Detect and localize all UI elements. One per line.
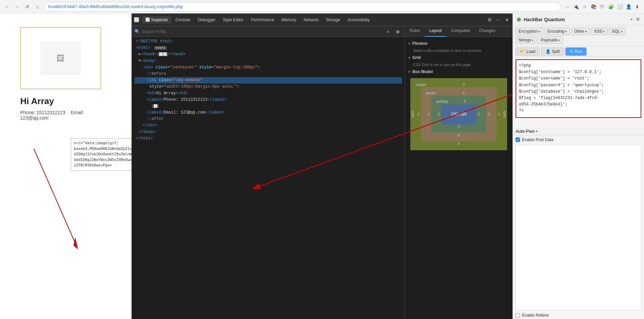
html-line: ::after [135, 116, 402, 122]
load-icon: 📂 [520, 49, 525, 54]
devtools-close-btn[interactable]: ✕ [503, 16, 511, 24]
strings-label: Strings [519, 38, 531, 42]
panel-subtabs: Rules Layout Computed Changes [405, 26, 513, 37]
home-button[interactable]: ⌂ [34, 3, 41, 10]
devtools-more-btn[interactable]: ⋯ [494, 16, 502, 24]
subtab-changes[interactable]: Changes [474, 26, 500, 37]
window-icon[interactable]: ⬜ [616, 3, 623, 10]
encoding-button[interactable]: Encoding ▾ [545, 28, 570, 35]
split-button[interactable]: 👤 Split [541, 47, 564, 56]
reload-button[interactable]: ↺ [24, 3, 31, 10]
pick-element-btn[interactable]: ⊕ [394, 28, 402, 36]
html-line: <!DOCTYPE html> [135, 38, 402, 45]
flexbox-section-header[interactable]: ▼ Flexbox [408, 40, 510, 47]
margin-label: margin [416, 83, 426, 87]
autopwn-dropdown-icon[interactable]: ▾ [536, 129, 537, 133]
xss-button[interactable]: XSS ▾ [591, 28, 608, 35]
enable-post-data-checkbox[interactable] [516, 137, 520, 142]
encryption-button[interactable]: Encryption ▾ [516, 28, 543, 35]
html-line: ::before [135, 71, 402, 77]
tab-network[interactable]: Network [300, 16, 322, 24]
tab-debugger-label: Debugger [198, 18, 215, 22]
hackbar-status-dot [517, 18, 521, 22]
hackbar-close-btn[interactable]: ✕ [636, 16, 640, 23]
run-button[interactable]: ↻ Run [565, 47, 586, 56]
enable-post-data-row: Enable Post Data [513, 136, 644, 143]
tab-style-editor[interactable]: Style Editor [219, 16, 247, 24]
tab-performance[interactable]: Performance [247, 16, 277, 24]
html-search-input[interactable] [142, 29, 382, 34]
payloads-button[interactable]: Payloads ▾ [538, 36, 563, 44]
strings-button[interactable]: Strings ▾ [516, 36, 536, 44]
padding-right-val: 0 [476, 113, 481, 116]
border-left-val: 0 [426, 113, 431, 116]
devtools-expand-btn[interactable]: ⧉ [486, 16, 494, 24]
payloads-label: Payloads [541, 38, 557, 42]
run-icon: ↻ [570, 49, 573, 54]
box-model-section-header[interactable]: ▼ Box Model [408, 68, 510, 75]
code-line-1: <?php [519, 63, 638, 69]
profile-image: 🖼 [40, 41, 81, 75]
html-line: <div class="container" style="margin-top… [135, 64, 402, 71]
puzzle-icon[interactable]: 🧩 [608, 3, 614, 10]
tab-console[interactable]: Console [172, 16, 194, 24]
hackbar-autopwn: Auto-Pwn ▾ [513, 127, 644, 136]
tab-debugger[interactable]: Debugger [194, 16, 219, 24]
shield-icon: 🛡 [599, 3, 606, 10]
padding-left-val: 0 [436, 113, 441, 116]
encryption-label: Encryption [519, 29, 538, 34]
forward-button[interactable]: → [13, 3, 21, 10]
box-model-container: margin 0 0 border 0 [408, 75, 510, 153]
main-layout: 🖼 Hi Array Phone: 15112312123 Email: 123… [0, 13, 644, 319]
margin-top-val: 0 [463, 83, 465, 87]
other-dropdown-icon: ▾ [585, 30, 587, 33]
add-node-btn[interactable]: + [384, 28, 392, 36]
grid-section-header[interactable]: ▼ Grid [408, 54, 510, 61]
code-line-6: $flag = 'flag{1e631231-7ade-4fc9- [519, 95, 638, 101]
tab-console-label: Console [175, 18, 190, 22]
html-content[interactable]: <!DOCTYPE html> <html> event ▶<head>⬜⬜</… [132, 37, 405, 319]
panel-body[interactable]: ▼ Flexbox Select a flex container or ite… [405, 37, 513, 319]
menu-icon[interactable]: ··· [564, 3, 570, 10]
html-panel: 🔍 + ⊕ <!DOCTYPE html> <html> event ▶<hea… [132, 26, 405, 319]
box-model-title: Box Model [412, 69, 433, 74]
download-icon[interactable]: ⬇ [634, 3, 641, 10]
url-bar[interactable] [44, 2, 561, 11]
tab-memory[interactable]: Memory [278, 16, 299, 24]
border-right-val: 0 [486, 113, 492, 116]
post-data-textarea[interactable] [516, 145, 641, 311]
sql-dropdown-icon: ▾ [621, 30, 622, 33]
star-icon[interactable]: ☆ [581, 3, 588, 10]
tab-storage[interactable]: Storage [323, 16, 344, 24]
email-value: 123@qq.com [20, 115, 48, 121]
email-label: Email: [70, 110, 84, 115]
encryption-dropdown-icon: ▾ [538, 30, 540, 33]
flexbox-title: Flexbox [412, 41, 428, 46]
split-icon: 👤 [546, 49, 551, 54]
subtab-layout[interactable]: Layout [425, 26, 446, 37]
tab-memory-label: Memory [282, 18, 296, 22]
border-bottom-val: 0 [425, 133, 493, 138]
other-button[interactable]: Other ▾ [571, 28, 590, 35]
margin-right-val: 0 [496, 113, 502, 116]
tab-inspector[interactable]: ⬜ Inspector [142, 16, 171, 24]
border-label: border [426, 91, 436, 95]
user-icon[interactable]: 👤 [625, 3, 632, 10]
enable-referer-checkbox[interactable] [516, 313, 520, 318]
grid-title: Grid [412, 55, 421, 60]
box-model-padding: padding 0 0 180×180 [431, 96, 486, 133]
sql-button[interactable]: SQL ▾ [609, 28, 625, 35]
run-label: Run [575, 49, 582, 54]
bookmark-icon[interactable]: 📚 [590, 3, 597, 10]
strings-dropdown-icon: ▾ [532, 38, 533, 42]
tab-accessibility[interactable]: Accessibility [344, 16, 373, 24]
html-line-selected[interactable]: <img class="img-memeda" [135, 77, 402, 84]
back-button[interactable]: ← [3, 3, 11, 10]
subtab-rules[interactable]: Rules [405, 26, 425, 37]
hackbar-actions: 📂 Load 👤 Split ↻ Run [513, 46, 644, 57]
extension-icon[interactable]: 🔌 [573, 3, 579, 10]
load-button[interactable]: 📂 Load [516, 47, 540, 56]
hackbar-code-box[interactable]: <?php $config['hostname'] = '127.0.0.1';… [516, 59, 641, 118]
hackbar-dropdown-icon[interactable]: ▾ [631, 17, 633, 22]
subtab-computed[interactable]: Computed [446, 26, 474, 37]
